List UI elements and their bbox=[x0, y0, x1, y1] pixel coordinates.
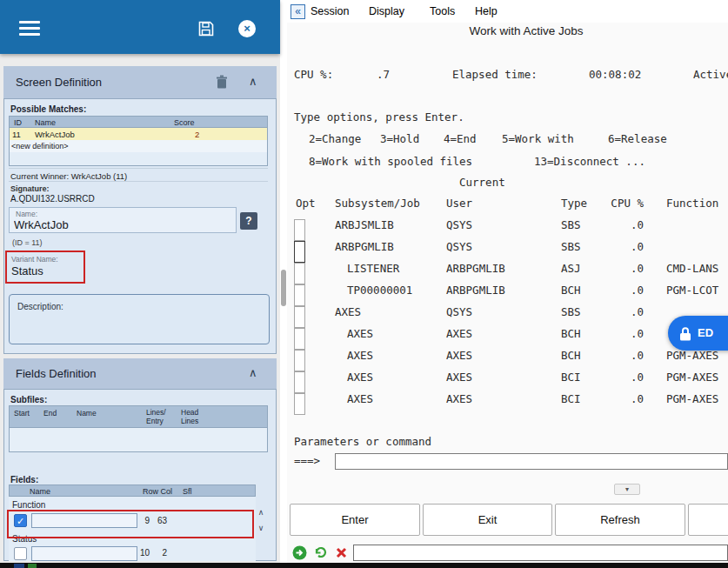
job-user: AXES bbox=[446, 323, 472, 344]
job-name: AXES bbox=[347, 366, 373, 388]
job-user: ARBPGMLIB bbox=[446, 279, 505, 301]
job-name: ARBJSMLIB bbox=[335, 214, 394, 236]
exit-button[interactable]: Exit bbox=[423, 504, 552, 536]
close-icon[interactable]: × bbox=[238, 20, 256, 37]
col-opt: Opt bbox=[296, 195, 316, 212]
status-bar-input[interactable] bbox=[353, 545, 728, 561]
option-8-spooled: 8=Work with spooled files bbox=[309, 153, 472, 170]
job-name: AXES bbox=[347, 344, 373, 366]
collapse-section-icon[interactable]: ∧ bbox=[249, 75, 257, 88]
command-input[interactable] bbox=[335, 453, 728, 470]
refresh-icon[interactable] bbox=[313, 545, 329, 560]
job-cpu: .0 bbox=[596, 344, 644, 366]
field-row-function: 9 bbox=[137, 516, 150, 525]
cpu-value: .7 bbox=[348, 66, 390, 84]
option-13-disconnect: 13=Disconnect ... bbox=[534, 153, 645, 170]
app-window: × Screen Definition ∧ Possible Matches: … bbox=[0, 0, 728, 568]
current-winner-label: Current Winner: WrkActJob (11) bbox=[10, 171, 127, 181]
fields-label: Fields: bbox=[10, 475, 38, 484]
col-type: Type bbox=[561, 195, 587, 212]
col-lines-entry: Lines/ Entry bbox=[146, 408, 166, 425]
field-col-status: 2 bbox=[153, 548, 167, 558]
collapse-buttons-toggle[interactable]: ▾ bbox=[614, 484, 640, 495]
collapse-panel-button[interactable]: « bbox=[291, 4, 305, 19]
terminal-menubar bbox=[287, 0, 728, 23]
parameters-label: Parameters or command bbox=[294, 433, 431, 451]
field-name-input-function[interactable] bbox=[31, 513, 137, 528]
divider bbox=[9, 168, 268, 169]
menu-item-display[interactable]: Display bbox=[369, 4, 404, 19]
job-cpu: .0 bbox=[596, 257, 644, 279]
col-sfl: Sfl bbox=[183, 487, 192, 496]
lock-icon bbox=[679, 326, 691, 341]
fields-definition-title: Fields Definition bbox=[16, 367, 97, 380]
menu-item-session[interactable]: Session bbox=[311, 4, 349, 19]
job-type: BCH bbox=[561, 323, 581, 344]
field-name-input-status[interactable] bbox=[31, 546, 137, 561]
job-row: AXES AXES BCI .0 PGM-AXES bbox=[287, 388, 728, 410]
option-3-hold: 3=Hold bbox=[380, 130, 419, 148]
job-row: LISTENER ARBPGMLIB ASJ .0 CMD-LANS bbox=[287, 257, 728, 279]
col-end: End bbox=[43, 409, 57, 418]
name-input[interactable] bbox=[14, 217, 205, 231]
collapse-section-icon[interactable]: ∧ bbox=[249, 366, 257, 379]
field-row-status: 10 bbox=[137, 548, 150, 558]
cpu-label: CPU %: bbox=[294, 66, 333, 84]
edit-badge-label: ED bbox=[698, 316, 713, 351]
job-cpu: .0 bbox=[596, 236, 644, 257]
col-id: ID bbox=[14, 118, 22, 127]
job-row: AXES AXES BCI .0 PGM-AXES bbox=[287, 366, 728, 388]
col-field-name: Name bbox=[30, 487, 50, 496]
job-row: AXES AXES BCH .0 PGM-AXES bbox=[287, 344, 728, 366]
scroll-down-icon[interactable]: ∨ bbox=[255, 523, 267, 534]
option-4-end: 4=End bbox=[444, 130, 477, 148]
option-6-release: 6=Release bbox=[608, 130, 667, 148]
connect-icon[interactable] bbox=[292, 545, 307, 560]
job-type: BCH bbox=[561, 279, 581, 301]
col-name: Name bbox=[35, 118, 56, 127]
partial-button[interactable] bbox=[688, 504, 728, 536]
elapsed-value: 00:08:02 bbox=[589, 66, 641, 84]
job-user: ARBPGMLIB bbox=[446, 257, 505, 279]
trash-icon[interactable] bbox=[216, 75, 228, 89]
job-user: QSYS bbox=[446, 214, 472, 236]
match-id: 11 bbox=[12, 130, 21, 139]
job-user: AXES bbox=[446, 388, 472, 410]
active-label: Active bbox=[693, 66, 728, 84]
help-button[interactable]: ? bbox=[240, 212, 257, 230]
enter-button[interactable]: Enter bbox=[290, 504, 420, 536]
field-checkbox-function[interactable]: ✓ bbox=[14, 514, 27, 527]
menu-item-tools[interactable]: Tools bbox=[430, 4, 455, 19]
new-definition-label: <new definition> bbox=[11, 142, 69, 150]
current-column-label: Current bbox=[459, 174, 505, 191]
field-checkbox-status[interactable] bbox=[14, 547, 27, 560]
command-prompt: ===> bbox=[294, 452, 320, 470]
job-row: ARBPGMLIB QSYS SBS .0 bbox=[287, 236, 728, 257]
job-row: AXES AXES BCH .0 bbox=[287, 323, 728, 344]
job-row: ARBJSMLIB QSYS SBS .0 bbox=[287, 214, 728, 236]
job-cpu: .0 bbox=[596, 388, 644, 410]
option-2-change: 2=Change bbox=[309, 130, 361, 148]
divider bbox=[9, 181, 268, 182]
taskbar-icon bbox=[28, 564, 37, 568]
opt-checkbox[interactable] bbox=[294, 393, 305, 415]
job-type: ASJ bbox=[561, 257, 581, 279]
panel-splitter[interactable] bbox=[281, 270, 286, 306]
job-name: AXES bbox=[335, 301, 361, 323]
elapsed-label: Elapsed time: bbox=[452, 66, 538, 84]
menu-item-help[interactable]: Help bbox=[475, 4, 498, 19]
taskbar-icon bbox=[14, 564, 24, 568]
job-cpu: .0 bbox=[596, 323, 644, 344]
refresh-button[interactable]: Refresh bbox=[555, 504, 685, 536]
save-icon[interactable] bbox=[198, 21, 214, 37]
job-cpu: .0 bbox=[596, 279, 644, 301]
disconnect-icon[interactable] bbox=[336, 547, 347, 558]
job-name: LISTENER bbox=[347, 257, 399, 279]
scroll-up-icon[interactable]: ∧ bbox=[255, 507, 267, 518]
variant-name-input[interactable] bbox=[11, 264, 77, 278]
possible-matches-label: Possible Matches: bbox=[10, 104, 86, 114]
hamburger-menu-icon[interactable] bbox=[19, 21, 40, 36]
screen-definition-title: Screen Definition bbox=[16, 76, 102, 89]
edit-lock-button[interactable]: ED bbox=[668, 316, 728, 351]
job-user: AXES bbox=[446, 366, 472, 388]
